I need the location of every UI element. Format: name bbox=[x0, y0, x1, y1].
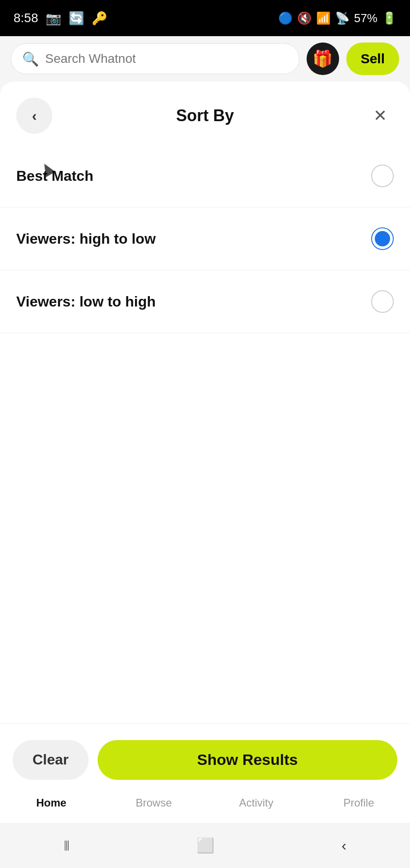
gift-button[interactable]: 🎁 bbox=[307, 42, 339, 75]
battery-level: 57% bbox=[354, 11, 377, 25]
bluetooth-icon: 🔵 bbox=[278, 11, 293, 25]
close-button[interactable]: ✕ bbox=[367, 102, 394, 129]
search-icon: 🔍 bbox=[22, 51, 39, 67]
back-button[interactable]: ‹ bbox=[16, 98, 52, 134]
status-bar: 8:58 📷 🔄 🔑 🔵 🔇 📶 📡 57% 🔋 bbox=[0, 0, 410, 36]
modal-title: Sort By bbox=[176, 106, 234, 125]
status-right: 🔵 🔇 📶 📡 57% 🔋 bbox=[278, 11, 396, 25]
sort-by-modal: ‹ Sort By ✕ Best Match Viewers: high to … bbox=[0, 81, 410, 796]
status-time: 8:58 bbox=[14, 11, 38, 25]
mute-icon: 🔇 bbox=[297, 11, 312, 25]
camera-icon: 📷 bbox=[46, 11, 61, 26]
wifi-icon: 📶 bbox=[316, 11, 331, 25]
gift-icon: 🎁 bbox=[312, 49, 333, 68]
modal-header: ‹ Sort By ✕ bbox=[0, 81, 410, 145]
status-left: 8:58 📷 🔄 🔑 bbox=[14, 11, 107, 26]
bottom-actions: Clear Show Results bbox=[0, 723, 410, 796]
radio-inner-selected bbox=[375, 231, 390, 246]
sort-option-label: Viewers: high to low bbox=[16, 231, 156, 247]
sort-option-best-match[interactable]: Best Match bbox=[0, 145, 410, 208]
sort-option-viewers-high-low[interactable]: Viewers: high to low bbox=[0, 208, 410, 270]
sort-option-label: Best Match bbox=[16, 168, 93, 184]
key-icon: 🔑 bbox=[92, 11, 107, 26]
sort-option-viewers-low-high[interactable]: Viewers: low to high bbox=[0, 270, 410, 333]
search-input[interactable] bbox=[45, 52, 288, 66]
sell-button[interactable]: Sell bbox=[346, 42, 399, 75]
radio-viewers-low-high[interactable] bbox=[371, 290, 394, 313]
sort-option-label: Viewers: low to high bbox=[16, 293, 156, 310]
show-results-button[interactable]: Show Results bbox=[98, 740, 397, 780]
swap-icon: 🔄 bbox=[69, 11, 84, 26]
radio-best-match[interactable] bbox=[371, 165, 394, 187]
clear-button[interactable]: Clear bbox=[13, 740, 89, 780]
close-icon: ✕ bbox=[373, 106, 387, 125]
radio-viewers-high-low[interactable] bbox=[371, 227, 394, 250]
app-header: 🔍 🎁 Sell bbox=[0, 36, 410, 81]
search-bar[interactable]: 🔍 bbox=[11, 43, 299, 74]
sort-options-list: Best Match Viewers: high to low Viewers:… bbox=[0, 145, 410, 796]
signal-icon: 📡 bbox=[335, 11, 349, 25]
back-icon: ‹ bbox=[32, 108, 37, 124]
modal-overlay: ‹ Sort By ✕ Best Match Viewers: high to … bbox=[0, 81, 410, 868]
battery-icon: 🔋 bbox=[382, 11, 396, 25]
